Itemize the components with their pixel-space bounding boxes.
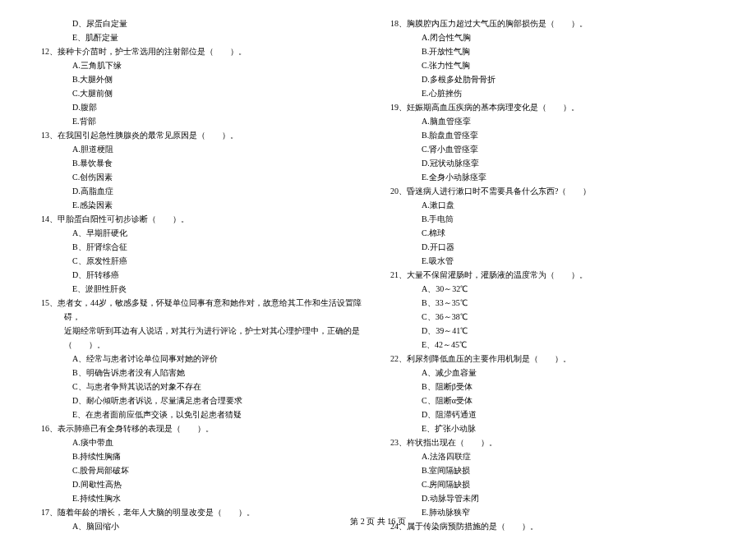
q20-a: A.漱口盘: [390, 198, 715, 212]
q22-a: A、减少血容量: [390, 366, 715, 380]
q20-text: 20、昏迷病人进行漱口时不需要具备什么东西?（ ）: [390, 184, 715, 198]
q19-a: A.脑血管痉挛: [390, 114, 715, 128]
q22-text: 22、利尿剂降低血压的主要作用机制是（ ）。: [390, 352, 715, 366]
q20-c: C.棉球: [390, 226, 715, 240]
q18-d: D.多根多处肋骨骨折: [390, 72, 715, 86]
q15-text1: 15、患者女，44岁，敏感多疑，怀疑单位同事有意和她作对，故意给其工作和生活设置…: [41, 296, 366, 324]
q21-a: A、30～32℃: [390, 282, 715, 296]
q23-a: A.法洛四联症: [390, 449, 715, 463]
q19-c: C.肾小血管痉挛: [390, 142, 715, 156]
q18-c: C.张力性气胸: [390, 58, 715, 72]
q21-e: E、42～45℃: [390, 338, 715, 352]
q13-c: C.创伤因素: [41, 170, 366, 184]
page-footer: 第 2 页 共 16 页: [0, 516, 756, 527]
q14-b: B、肝肾综合征: [41, 240, 366, 254]
q12-text: 12、接种卡介苗时，护士常选用的注射部位是（ ）。: [41, 44, 366, 58]
q16-d: D.间歇性高热: [41, 477, 366, 491]
q11-opt-e: E、肌酐定量: [41, 30, 366, 44]
q19-e: E.全身小动脉痉挛: [390, 170, 715, 184]
q19-b: B.胎盘血管痉挛: [390, 128, 715, 142]
q15-b: B、明确告诉患者没有人陷害她: [41, 366, 366, 380]
q18-b: B.开放性气胸: [390, 44, 715, 58]
q21-b: B、33～35℃: [390, 296, 715, 310]
q14-e: E、淤胆性肝炎: [41, 282, 366, 296]
q15-e: E、在患者面前应低声交谈，以免引起患者猜疑: [41, 407, 366, 421]
q13-a: A.胆道梗阻: [41, 142, 366, 156]
q13-text: 13、在我国引起急性胰腺炎的最常见原因是（ ）。: [41, 128, 366, 142]
q16-text: 16、表示肺癌已有全身转移的表现是（ ）。: [41, 421, 366, 435]
q20-e: E.吸水管: [390, 254, 715, 268]
q14-text: 14、甲胎蛋白阳性可初步诊断（ ）。: [41, 212, 366, 226]
q12-b: B.大腿外侧: [41, 72, 366, 86]
q16-c: C.股骨局部破坏: [41, 463, 366, 477]
left-column: D、尿蛋白定量 E、肌酐定量 12、接种卡介苗时，护士常选用的注射部位是（ ）。…: [41, 16, 366, 534]
q23-text: 23、杵状指出现在（ ）。: [390, 435, 715, 449]
q22-d: D、阻滞钙通道: [390, 407, 715, 421]
q20-b: B.手电筒: [390, 212, 715, 226]
q19-d: D.冠状动脉痉挛: [390, 156, 715, 170]
q22-e: E、扩张小动脉: [390, 421, 715, 435]
q18-text: 18、胸膜腔内压力超过大气压的胸部损伤是（ ）。: [390, 16, 715, 30]
q23-d: D.动脉导管未闭: [390, 491, 715, 505]
q12-d: D.腹部: [41, 100, 366, 114]
q23-c: C.房间隔缺损: [390, 477, 715, 491]
q16-b: B.持续性胸痛: [41, 449, 366, 463]
q12-e: E.背部: [41, 114, 366, 128]
q12-a: A.三角肌下缘: [41, 58, 366, 72]
q15-a: A、经常与患者讨论单位同事对她的评价: [41, 352, 366, 366]
q16-a: A.痰中带血: [41, 435, 366, 449]
q13-b: B.暴饮暴食: [41, 156, 366, 170]
q15-text2: 近期经常听到耳边有人说话，对其行为进行评论，护士对其心理护理中，正确的是（ ）。: [41, 324, 366, 352]
q19-text: 19、妊娠期高血压疾病的基本病理变化是（ ）。: [390, 100, 715, 114]
q18-e: E.心脏挫伤: [390, 86, 715, 100]
q16-e: E.持续性胸水: [41, 491, 366, 505]
q21-d: D、39～41℃: [390, 324, 715, 338]
q22-c: C、阻断α受体: [390, 394, 715, 407]
q14-d: D、肝转移癌: [41, 268, 366, 282]
right-column: 18、胸膜腔内压力超过大气压的胸部损伤是（ ）。 A.闭合性气胸 B.开放性气胸…: [390, 16, 715, 534]
q20-d: D.开口器: [390, 240, 715, 254]
q21-c: C、36～38℃: [390, 310, 715, 324]
exam-page: D、尿蛋白定量 E、肌酐定量 12、接种卡介苗时，护士常选用的注射部位是（ ）。…: [0, 0, 756, 534]
q13-e: E.感染因素: [41, 198, 366, 212]
q23-b: B.室间隔缺损: [390, 463, 715, 477]
q22-b: B、阻断β受体: [390, 380, 715, 394]
q13-d: D.高脂血症: [41, 184, 366, 198]
q11-opt-d: D、尿蛋白定量: [41, 16, 366, 30]
q15-d: D、耐心倾听患者诉说，尽量满足患者合理要求: [41, 394, 366, 407]
q18-a: A.闭合性气胸: [390, 30, 715, 44]
q15-c: C、与患者争辩其说话的对象不存在: [41, 380, 366, 394]
q21-text: 21、大量不保留灌肠时，灌肠液的温度常为（ ）。: [390, 268, 715, 282]
q14-c: C、原发性肝癌: [41, 254, 366, 268]
q14-a: A、早期肝硬化: [41, 226, 366, 240]
q12-c: C.大腿前侧: [41, 86, 366, 100]
